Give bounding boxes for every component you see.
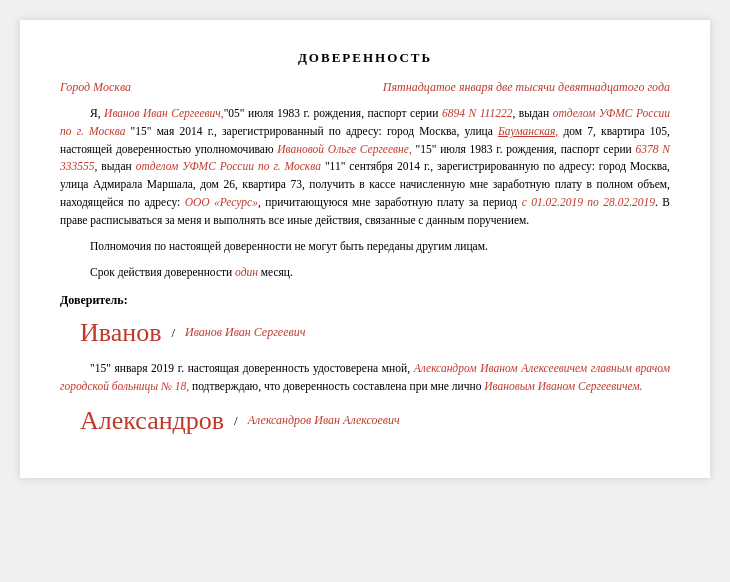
signature-cursive-2: Александров (80, 406, 224, 436)
document-body: Я, Иванов Иван Сергеевич,"05" июля 1983 … (60, 105, 670, 310)
document-title: ДОВЕРЕННОСТЬ (60, 50, 670, 66)
salary-period: с 01.02.2019 по 28.02.2019 (522, 196, 655, 208)
authorized-person: Ивановой Ольге Сергеевне, (277, 143, 411, 155)
notary-paragraph: "15" января 2019 г. настоящая довереннос… (60, 360, 670, 396)
signature-divider-2: / (234, 413, 238, 429)
principal-name: Иванов Иван Сергеевич, (104, 107, 224, 119)
passport-series: 6894 N 111222 (442, 107, 513, 119)
signature-row-1: Иванов / Иванов Иван Сергеевич (80, 318, 670, 348)
paragraph-1: Я, Иванов Иван Сергеевич,"05" июля 1983 … (60, 105, 670, 230)
street-address: Бауманская, (498, 125, 558, 137)
paragraph-2: Полномочия по настоящей доверенности не … (60, 238, 670, 256)
validity-term: один (235, 266, 258, 278)
document: ДОВЕРЕННОСТЬ Город Москва Пятнадцатое ян… (20, 20, 710, 478)
signatory-name: Ивановым Иваном Сергеевичем. (484, 380, 642, 392)
doveritel-label: Доверитель: (60, 291, 670, 310)
signature-cursive-1: Иванов (80, 318, 161, 348)
auth-passport-issued: отделом УФМС России по г. Москва (136, 160, 321, 172)
signature-divider-1: / (171, 325, 175, 341)
company-address: ООО «Ресурс» (185, 196, 258, 208)
document-header: Город Москва Пятнадцатое января две тыся… (60, 80, 670, 95)
signature-full-name-2: Александров Иван Алексоевич (248, 413, 400, 428)
signature-full-name-1: Иванов Иван Сергеевич (185, 325, 305, 340)
notary-block: "15" января 2019 г. настоящая довереннос… (60, 360, 670, 396)
document-date: Пятнадцатое января две тысячи девятнадца… (383, 80, 670, 95)
signature-row-2: Александров / Александров Иван Алексоеви… (80, 406, 670, 436)
paragraph-3: Срок действия доверенности один месяц. (60, 264, 670, 282)
document-city: Город Москва (60, 80, 131, 95)
